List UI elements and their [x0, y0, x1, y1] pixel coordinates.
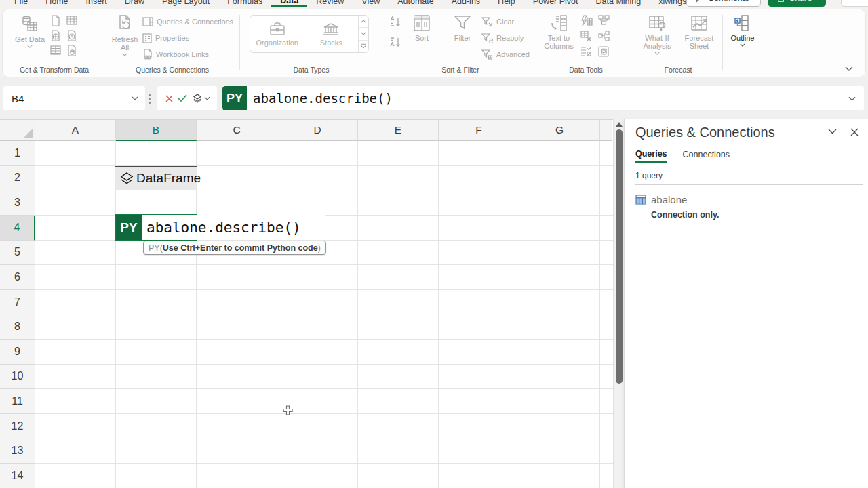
what-if-analysis-button[interactable]: What-If Analysis: [637, 14, 677, 55]
data-type-stocks[interactable]: Stocks: [304, 16, 359, 52]
forecast-sheet-button[interactable]: Forecast Sheet: [679, 14, 719, 50]
formula-bar-separator[interactable]: [149, 94, 151, 104]
collapse-ribbon-button[interactable]: [845, 66, 853, 71]
flash-fill-icon[interactable]: [580, 15, 598, 30]
row-header-12[interactable]: 12: [0, 414, 35, 439]
row-header-1[interactable]: 1: [0, 141, 35, 166]
column-header-d[interactable]: D: [277, 120, 358, 141]
properties-button[interactable]: Properties: [142, 32, 189, 44]
row-header-14[interactable]: 14: [0, 464, 35, 488]
row-header-8[interactable]: 8: [0, 314, 35, 340]
ribbon-tab-add-ins[interactable]: Add-ins: [443, 0, 489, 7]
from-table-icon[interactable]: [66, 15, 83, 30]
reapply-icon: [481, 33, 493, 43]
column-header-b[interactable]: B: [116, 120, 197, 141]
row-header-6[interactable]: 6: [0, 265, 35, 290]
filter-button[interactable]: Filter: [445, 14, 480, 42]
pane-chevron-icon[interactable]: [828, 129, 837, 134]
ribbon-tab-view[interactable]: View: [353, 0, 389, 7]
existing-connections-icon[interactable]: [66, 45, 83, 60]
ribbon-options-button[interactable]: [841, 0, 868, 7]
row-header-7[interactable]: 7: [0, 290, 35, 315]
ribbon-tab-page-layout[interactable]: Page Layout: [153, 0, 218, 7]
queries-connections-button[interactable]: Queries & Connections: [142, 16, 233, 28]
sort-descending-icon[interactable]: [389, 37, 401, 47]
remove-duplicates-icon[interactable]: [580, 30, 598, 46]
pane-tab-queries[interactable]: Queries: [635, 149, 667, 163]
column-header-a[interactable]: A: [35, 120, 116, 141]
pane-close-icon[interactable]: [850, 128, 859, 136]
column-header-f[interactable]: F: [439, 120, 519, 141]
query-name[interactable]: abalone: [651, 194, 687, 205]
share-button[interactable]: Share: [768, 0, 826, 7]
get-data-button[interactable]: Get Data: [12, 14, 47, 48]
column-header-partial[interactable]: [600, 120, 612, 141]
row-header-4[interactable]: 4: [0, 216, 35, 241]
reapply-button[interactable]: Reapply: [481, 32, 524, 44]
ribbon-tab-review[interactable]: Review: [307, 0, 353, 7]
refresh-all-button[interactable]: Refresh All: [107, 14, 142, 56]
ribbon-tab-automate[interactable]: Automate: [389, 0, 443, 7]
advanced-filter-button[interactable]: Advanced: [481, 48, 530, 60]
column-header-c[interactable]: C: [197, 120, 277, 141]
column-header-e[interactable]: E: [358, 120, 439, 141]
row-header-5[interactable]: 5: [0, 241, 35, 266]
query-list-item[interactable]: abalone Connection only.: [635, 194, 719, 220]
ribbon-tab-data[interactable]: Data: [271, 0, 307, 7]
enter-icon[interactable]: [178, 94, 187, 102]
row-header-3[interactable]: 3: [0, 190, 35, 216]
python-code-text[interactable]: abalone.describe(): [146, 220, 301, 236]
insert-python-object-button[interactable]: [192, 94, 210, 104]
name-box-chevron-icon[interactable]: [132, 96, 138, 100]
data-type-organization[interactable]: Organization: [250, 16, 304, 52]
ribbon-tab-draw[interactable]: Draw: [116, 0, 153, 7]
row-header-2[interactable]: 2: [0, 166, 35, 191]
formula-text[interactable]: abalone.describe(): [253, 91, 848, 106]
pane-tab-connections[interactable]: Connections: [683, 150, 730, 162]
relationships-icon[interactable]: [598, 30, 616, 46]
expand-formula-bar-icon[interactable]: [848, 96, 856, 101]
cancel-icon[interactable]: [165, 94, 174, 103]
ribbon-tab-help[interactable]: Help: [489, 0, 524, 7]
from-text-file-icon[interactable]: [50, 15, 66, 30]
gallery-down-button[interactable]: [359, 28, 368, 40]
gallery-more-button[interactable]: [359, 41, 368, 52]
data-validation-chevron-icon[interactable]: [601, 50, 606, 54]
row-header-11[interactable]: 11: [0, 389, 35, 414]
ribbon-tab-insert[interactable]: Insert: [77, 0, 116, 7]
scrollbar-thumb[interactable]: [616, 129, 623, 384]
formula-input[interactable]: PY abalone.describe(): [222, 86, 864, 110]
outline-button[interactable]: Outline: [725, 14, 760, 47]
data-model-icon[interactable]: [598, 46, 616, 62]
consolidate-icon[interactable]: [598, 15, 616, 30]
scroll-up-arrow[interactable]: [616, 122, 623, 127]
ribbon-tab-power-pivot[interactable]: Power Pivot: [524, 0, 587, 7]
comments-button[interactable]: Comments: [686, 0, 761, 7]
sort-ascending-icon[interactable]: [389, 16, 401, 27]
dataframe-cell-b2[interactable]: DataFrame: [115, 166, 197, 190]
column-header-g[interactable]: G: [519, 120, 600, 141]
ribbon-tab-file[interactable]: File: [5, 0, 37, 7]
row-header-13[interactable]: 13: [0, 439, 35, 464]
cells-area[interactable]: [35, 141, 613, 488]
ribbon-tab-data-mining[interactable]: Data Mining: [587, 0, 650, 7]
column-headers: ABCDEFG: [35, 120, 612, 141]
ribbon-tab-home[interactable]: Home: [37, 0, 77, 7]
vertical-scrollbar[interactable]: [613, 119, 624, 488]
recent-sources-icon[interactable]: [66, 30, 83, 45]
python-edit-cell-b4[interactable]: PY abalone.describe(): [116, 215, 326, 240]
row-header-9[interactable]: 9: [0, 340, 35, 365]
sort-button[interactable]: Sort: [404, 14, 439, 42]
gallery-up-button[interactable]: [359, 16, 368, 28]
workbook-links-button[interactable]: Workbook Links: [142, 48, 209, 60]
name-box[interactable]: B4: [3, 86, 145, 110]
row-header-10[interactable]: 10: [0, 365, 35, 390]
data-validation-icon[interactable]: [580, 46, 598, 62]
ribbon-tab-formulas[interactable]: Formulas: [218, 0, 271, 7]
filter-icon: [453, 14, 472, 33]
clear-button[interactable]: Clear: [481, 16, 514, 28]
text-to-columns-button[interactable]: Text to Columns: [541, 14, 576, 50]
from-range-icon[interactable]: [50, 45, 66, 60]
from-web-icon[interactable]: [50, 30, 66, 45]
select-all-corner[interactable]: [0, 120, 35, 141]
